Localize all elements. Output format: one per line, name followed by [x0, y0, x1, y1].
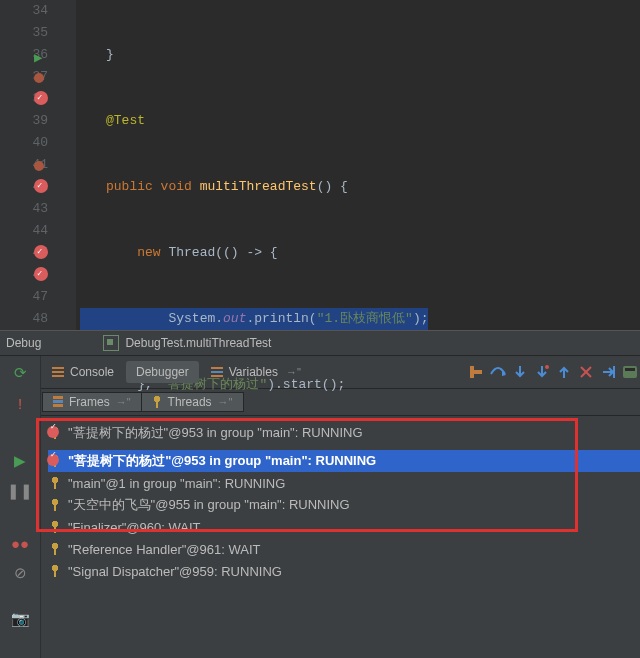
line-number: 34	[32, 0, 48, 22]
thread-icon	[50, 477, 60, 489]
line-number: 48	[32, 308, 48, 330]
thread-label: "Signal Dispatcher"@959: RUNNING	[68, 564, 282, 579]
code-token: .println(	[246, 311, 316, 326]
code-token: Thread(() -> {	[168, 245, 277, 260]
tab-arrow: →"	[218, 396, 233, 408]
thread-row[interactable]: "天空中的飞鸟"@955 in group "main": RUNNING	[48, 494, 640, 516]
thread-row[interactable]: "菩提树下的杨过"@953 in group "main": RUNNING	[48, 450, 640, 472]
threads-list[interactable]: "菩提树下的杨过"@953 in group "main": RUNNING "…	[0, 416, 640, 582]
code-token: void	[161, 179, 200, 194]
thread-icon	[50, 565, 60, 577]
thread-icon	[50, 543, 60, 555]
tab-label: Frames	[69, 395, 110, 409]
step-over-button[interactable]	[488, 362, 508, 382]
tab-label: Debugger	[136, 365, 189, 379]
threads-panel: ⟳ ! ▶ ❚❚ ●● ⊘ 📷 "菩提树下的杨过"@953 in group "…	[0, 416, 640, 658]
tab-console[interactable]: Console	[42, 361, 124, 383]
debug-label: Debug	[6, 336, 41, 350]
debug-run-config: DebugTest.multiThreadTest	[125, 336, 271, 350]
code-token: public	[106, 179, 161, 194]
thread-row[interactable]: "Signal Dispatcher"@959: RUNNING	[48, 560, 640, 582]
thread-label: "天空中的飞鸟"@955 in group "main": RUNNING	[68, 496, 350, 514]
code-token: () {	[317, 179, 348, 194]
show-execution-point-button[interactable]	[466, 362, 486, 382]
line-number: 39	[32, 110, 48, 132]
debug-left-rail: ⟳ ! ▶ ❚❚ ●● ⊘ 📷	[0, 356, 41, 658]
thread-label: "main"@1 in group "main": RUNNING	[68, 476, 285, 491]
lambda-gutter-icon[interactable]	[34, 73, 44, 83]
svg-rect-2	[623, 366, 637, 378]
code-token: new	[137, 245, 168, 260]
breakpoint-icon[interactable]	[34, 267, 48, 281]
code-token: multiThreadTest	[200, 179, 317, 194]
thread-icon	[50, 499, 60, 511]
code-token: System.	[168, 311, 223, 326]
thread-row[interactable]: "Reference Handler"@961: WAIT	[48, 538, 640, 560]
stop-button[interactable]: !	[9, 392, 31, 414]
line-number: 44	[32, 220, 48, 242]
force-step-into-button[interactable]	[532, 362, 552, 382]
tab-label: Threads	[168, 395, 212, 409]
mute-breakpoints-button[interactable]: ⊘	[9, 562, 31, 584]
thread-label: "菩提树下的杨过"@953 in group "main": RUNNING	[68, 452, 376, 470]
debug-config-icon	[103, 335, 119, 351]
line-number: 47	[32, 286, 48, 308]
thread-label: "Finalizer"@960: WAIT	[68, 520, 200, 535]
run-to-cursor-button[interactable]	[598, 362, 618, 382]
tab-label: Variables	[229, 365, 278, 379]
breakpoint-icon	[47, 426, 59, 438]
tab-arrow: →"	[116, 396, 131, 408]
tab-frames[interactable]: Frames→"	[42, 392, 142, 412]
thread-row[interactable]: "Finalizer"@960: WAIT	[48, 516, 640, 538]
thread-label: "菩提树下的杨过"@953 in group "main": RUNNING	[68, 424, 363, 442]
frames-icon	[53, 396, 63, 408]
breakpoint-icon[interactable]	[34, 91, 48, 105]
console-icon	[52, 367, 64, 377]
breakpoint-icon[interactable]	[34, 245, 48, 259]
variables-icon	[211, 367, 223, 377]
tab-arrow: →"	[286, 366, 301, 378]
thread-label: "Reference Handler"@961: WAIT	[68, 542, 260, 557]
gutter: 34 35 ▶36 37 38 39 40 41 42 43 44 45 46 …	[0, 0, 76, 330]
code-area[interactable]: } @Test public void multiThreadTest() { …	[76, 0, 428, 330]
pause-button[interactable]: ❚❚	[9, 480, 31, 502]
thread-icon	[50, 521, 60, 533]
line-number: 35	[32, 22, 48, 44]
code-editor[interactable]: 34 35 ▶36 37 38 39 40 41 42 43 44 45 46 …	[0, 0, 640, 330]
lambda-gutter-icon[interactable]	[34, 161, 44, 171]
rerun-button[interactable]: ⟳	[9, 362, 31, 384]
threads-icon	[152, 396, 162, 408]
resume-button[interactable]: ▶	[9, 450, 31, 472]
code-token: out	[223, 311, 246, 326]
tab-threads[interactable]: Threads→"	[141, 392, 244, 412]
code-token: @Test	[106, 113, 145, 128]
settings-button[interactable]: 📷	[9, 608, 31, 630]
drop-frame-button[interactable]	[576, 362, 596, 382]
breakpoint-icon[interactable]	[34, 179, 48, 193]
step-into-button[interactable]	[510, 362, 530, 382]
svg-point-0	[545, 365, 549, 369]
svg-rect-3	[625, 368, 635, 371]
thread-row[interactable]: "main"@1 in group "main": RUNNING	[48, 472, 640, 494]
thread-row[interactable]: "菩提树下的杨过"@953 in group "main": RUNNING	[48, 422, 640, 444]
tab-variables[interactable]: Variables→"	[201, 361, 311, 383]
line-number: 40	[32, 132, 48, 154]
tab-label: Console	[70, 365, 114, 379]
line-number: 43	[32, 198, 48, 220]
view-breakpoints-button[interactable]: ●●	[9, 532, 31, 554]
code-token: }	[106, 47, 114, 62]
breakpoint-icon	[47, 454, 59, 466]
tab-debugger[interactable]: Debugger	[126, 361, 199, 383]
step-out-button[interactable]	[554, 362, 574, 382]
code-token: "1.卧枝商恨低"	[317, 311, 413, 326]
evaluate-expression-button[interactable]	[620, 362, 640, 382]
code-token: );	[413, 311, 429, 326]
